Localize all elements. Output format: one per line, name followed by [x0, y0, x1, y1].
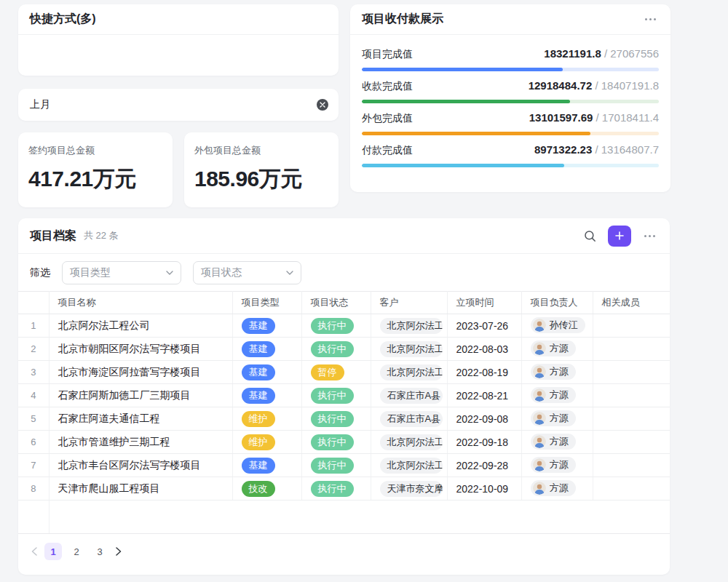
project-name-cell: 北京市海淀区阿拉蕾写字楼项目 — [49, 361, 232, 384]
status-badge: 执行中 — [311, 411, 354, 427]
table-row[interactable]: 3北京市海淀区阿拉蕾写字楼项目基建暂停北京阿尔法工2022-08-19 方源 — [18, 361, 670, 384]
shortcut-card-title: 快捷方式(多) — [30, 12, 96, 27]
row-index-cell: 3 — [18, 361, 49, 384]
customer-tag: 北京阿尔法工 — [380, 341, 443, 357]
column-header: 项目负责人 — [521, 292, 593, 314]
customer-cell: 石家庄市A县 — [371, 384, 447, 407]
payment-metric: 收款完成值12918484.72 / 18407191.8 — [362, 79, 659, 103]
members-cell — [593, 314, 670, 338]
table-row[interactable]: 7北京市丰台区阿尔法写字楼项目基建执行中北京阿尔法工2022-09-28 方源 — [18, 454, 670, 477]
page-button[interactable]: 3 — [91, 543, 108, 560]
project-status-cell: 执行中 — [301, 454, 371, 477]
table-row[interactable]: 5石家庄阿道夫通信工程维护执行中石家庄市A县2022-09-08 方源 — [18, 407, 670, 431]
metric-current-value: 12918484.72 — [529, 79, 593, 92]
project-name-cell: 北京市管道维护三期工程 — [49, 431, 232, 454]
owner-chip: 方源 — [531, 457, 576, 473]
project-status-cell: 暂停 — [301, 361, 371, 384]
next-page-button[interactable] — [114, 546, 123, 557]
metric-label: 收款完成值 — [362, 80, 413, 93]
table-card-title: 项目档案 — [30, 228, 76, 244]
owner-chip: 方源 — [531, 410, 576, 426]
type-badge: 维护 — [242, 411, 275, 427]
progress-track — [362, 132, 659, 135]
status-badge: 执行中 — [311, 434, 354, 450]
owner-name: 方源 — [550, 458, 569, 471]
filter-label: 筛选 — [30, 266, 50, 279]
clear-filter-button[interactable] — [317, 99, 328, 111]
customer-cell: 石家庄市A县 — [371, 407, 447, 431]
page-button[interactable]: 2 — [68, 543, 85, 560]
filter-select-project-status[interactable]: 项目状态 — [193, 261, 301, 284]
owner-name: 方源 — [550, 435, 569, 448]
progress-track — [362, 164, 659, 167]
start-date-cell: 2022-08-21 — [447, 384, 521, 407]
table-row[interactable]: 1北京阿尔法工程公司基建执行中北京阿尔法工2023-07-26 孙传江 — [18, 314, 670, 338]
payments-card-title: 项目收付款展示 — [362, 12, 443, 27]
owner-name: 方源 — [550, 388, 569, 402]
status-badge: 暂停 — [311, 364, 344, 380]
column-header: 项目类型 — [232, 292, 301, 314]
metric-label: 外包完成值 — [362, 112, 413, 125]
customer-cell: 天津市奈文摩 — [371, 477, 447, 501]
column-header: 项目状态 — [301, 292, 371, 314]
search-button[interactable] — [582, 228, 598, 244]
metric-separator: / — [592, 79, 601, 92]
project-type-cell: 基建 — [232, 314, 301, 338]
add-record-button[interactable] — [608, 226, 631, 247]
project-type-cell: 维护 — [232, 407, 301, 431]
type-badge: 基建 — [242, 364, 275, 380]
metric-total-value: 17018411.4 — [602, 111, 659, 124]
metric-label: 付款完成值 — [362, 144, 413, 157]
metric-value: 8971322.23 / 13164807.7 — [534, 143, 659, 156]
customer-tag: 北京阿尔法工 — [380, 364, 443, 380]
project-archive-card: 项目档案 共 22 条 筛选 项目类型 — [18, 218, 670, 575]
project-name-cell: 天津市爬山服工程项目 — [49, 477, 232, 501]
start-date-cell: 2022-09-28 — [447, 454, 521, 477]
more-icon[interactable] — [641, 232, 658, 240]
start-date-cell: 2022-09-18 — [447, 431, 521, 454]
start-date-cell: 2022-08-03 — [447, 338, 521, 361]
type-badge: 基建 — [242, 341, 275, 357]
table-row[interactable]: 2北京市朝阳区阿尔法写字楼项目基建执行中北京阿尔法工2022-08-03 方源 — [18, 338, 670, 361]
customer-tag: 北京阿尔法工 — [380, 318, 443, 334]
customer-cell: 北京阿尔法工 — [371, 361, 447, 384]
metric-value: 18321191.8 / 27067556 — [544, 47, 659, 60]
members-cell — [593, 454, 670, 477]
customer-cell: 北京阿尔法工 — [371, 454, 447, 477]
type-badge: 维护 — [242, 434, 275, 450]
page-button[interactable]: 1 — [44, 543, 62, 560]
progress-fill — [362, 164, 564, 167]
column-header: 项目名称 — [49, 292, 232, 314]
dashboard-canvas: 快捷方式(多) 上月 签约项目总金额 417.21万元 外包项目总金额 185.… — [0, 0, 728, 582]
table-row[interactable]: 6北京市管道维护三期工程维护执行中北京阿尔法工2022-09-18 方源 — [18, 431, 670, 454]
close-icon — [320, 102, 325, 108]
project-type-cell: 基建 — [232, 338, 301, 361]
metric-value: 13101597.69 / 17018411.4 — [529, 111, 659, 124]
avatar — [533, 342, 546, 355]
members-cell — [593, 431, 670, 454]
prev-page-button[interactable] — [30, 546, 39, 557]
metric-current-value: 8971322.23 — [534, 143, 592, 156]
owner-chip: 孙传江 — [531, 317, 585, 333]
metric-total-value: 18407191.8 — [601, 79, 659, 92]
avatar — [533, 458, 546, 471]
owner-cell: 方源 — [521, 454, 593, 477]
date-filter-widget[interactable]: 上月 — [18, 89, 339, 121]
progress-fill — [362, 100, 570, 103]
column-header — [18, 292, 49, 314]
owner-cell: 方源 — [521, 407, 593, 431]
more-icon[interactable] — [642, 15, 659, 23]
table-row[interactable]: 8天津市爬山服工程项目技改执行中天津市奈文摩2022-10-09 方源 — [18, 477, 670, 501]
record-count: 共 22 条 — [84, 229, 119, 242]
progress-fill — [362, 132, 590, 135]
project-name-cell: 北京阿尔法工程公司 — [49, 314, 232, 338]
project-status-cell: 执行中 — [301, 338, 371, 361]
metric-total-value: 27067556 — [610, 47, 659, 60]
table-row[interactable]: 4石家庄阿斯加德工厂三期项目基建执行中石家庄市A县2022-08-21 方源 — [18, 384, 670, 407]
metric-separator: / — [592, 143, 601, 156]
empty-cell — [49, 501, 670, 534]
project-type-cell: 维护 — [232, 431, 301, 454]
progress-track — [362, 100, 659, 103]
filter-select-project-type[interactable]: 项目类型 — [62, 261, 181, 284]
type-badge: 基建 — [242, 318, 275, 334]
